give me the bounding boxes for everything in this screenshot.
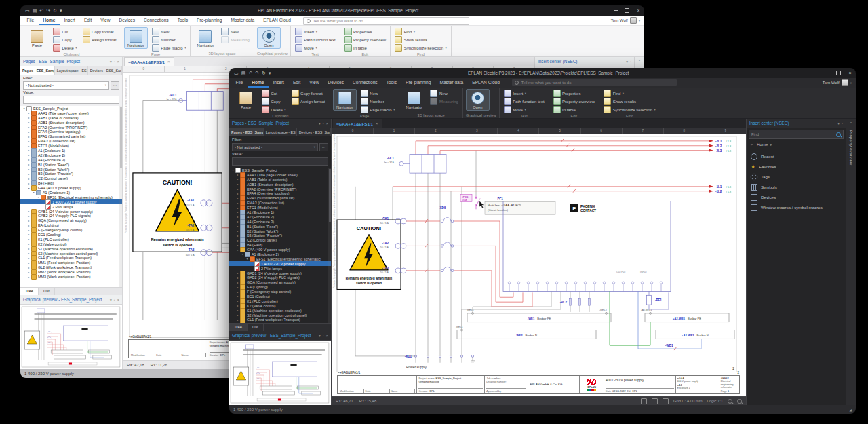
expander-icon[interactable]: ▸ [235,178,240,181]
panel-close-icon[interactable]: × [117,298,119,302]
filter-dropdown[interactable]: - Not activated - ▾ [23,81,109,90]
panel-close-icon[interactable]: × [117,60,119,64]
expander-icon[interactable]: ▸ [26,271,31,274]
ribbon-delete-button[interactable]: Delete▾ [260,106,288,113]
expander-icon[interactable]: ▸ [235,290,240,294]
tree-item-a1-enclosure-1[interactable]: ▾A1 (Enclosure 1) [229,252,331,257]
expander-icon[interactable]: ▸ [26,149,31,152]
expander-icon[interactable]: ▸ [26,172,31,176]
ribbon-tab-edit[interactable]: Edit [79,16,96,25]
panel-pin-icon[interactable]: ◦ [842,121,843,126]
maximize-button[interactable] [833,68,844,78]
ribbon-show-results-button[interactable]: Show results [393,36,448,43]
tab-devices[interactable]: Devices - ESS_Sample_... [88,66,122,75]
ribbon-new-button[interactable]: New [151,28,188,35]
pages-panel-header[interactable]: Pages - ESS_Sample_Project ▾ ◦ × [20,57,122,66]
tree-scrollbar[interactable] [328,168,331,324]
power-supply-unit[interactable]: P PHOENIX CONTACT OUTPUT INPUT [503,201,671,291]
tab-layout-space[interactable]: Layout space - ESS_Sa... [264,128,297,136]
preview-panel-header[interactable]: Graphical preview - ESS_Sample_Project ▾… [229,331,331,341]
minimize-button[interactable] [610,5,621,16]
ribbon-copy-button[interactable]: Copy [260,98,288,105]
graphical-preview[interactable] [229,341,331,405]
ribbon-tab-pre-planning[interactable]: Pre-planning [401,78,435,88]
new-icon[interactable]: ▭ [234,68,239,78]
logic-scale[interactable]: Logic 1:1 [707,399,723,403]
expander-icon[interactable]: ▾ [231,168,235,172]
expander-icon[interactable]: ▸ [26,256,31,260]
collapse-icon[interactable]: ˆ [639,60,640,64]
ribbon-move-button[interactable]: Move▾ [294,44,337,52]
busbars[interactable]: -WE1Busbar PE -WE2Busbar N +A2-WE1Busbar… [456,309,734,339]
component-fc1[interactable]: -FC1 In = 32A [167,92,224,111]
expander-icon[interactable]: ▸ [26,111,31,115]
ribbon-tab-edit[interactable]: Edit [288,78,304,88]
filter-dropdown[interactable]: - Not activated - ▾ [232,143,318,151]
grid-icon[interactable] [652,398,658,404]
ribbon-open-button[interactable]: Open [466,89,490,111]
expander-icon[interactable]: ▸ [235,192,240,195]
ribbon-path-function-text-button[interactable]: Path function text [502,98,546,105]
ribbon-measuring-button[interactable]: Measuring [220,36,251,43]
ribbon-tab-tools[interactable]: Tools [382,78,401,88]
expander-icon[interactable]: ▸ [235,206,240,210]
expander-icon[interactable]: ▸ [235,271,240,275]
expander-icon[interactable]: ▸ [26,247,31,250]
schematic-canvas[interactable]: Protected by copyright. Passing on as we… [332,134,746,396]
maximize-button[interactable] [621,5,633,16]
undo-icon[interactable]: ↶ [248,68,252,78]
component-fc5-selected[interactable]: -FC5 16 A [460,195,480,210]
expander-icon[interactable]: ▸ [26,210,31,213]
ribbon-move-button[interactable]: Move▾ [502,106,546,113]
ribbon-paste-button[interactable]: Paste [25,27,49,49]
filter-more-button[interactable]: … [319,143,328,151]
expander-icon[interactable]: ▾ [245,257,250,261]
ribbon-find-button[interactable]: Find▾ [602,90,657,97]
expander-icon[interactable]: ▸ [26,237,31,241]
expander-icon[interactable]: ▸ [235,304,240,307]
expander-icon[interactable]: ▸ [26,275,31,279]
ribbon-tab-connections[interactable]: Connections [348,78,382,88]
ribbon-tab-devices[interactable]: Devices [323,78,348,88]
preview-panel-header[interactable]: Graphical preview - ESS_Sample_Project ▾… [20,295,122,305]
panel-dropdown-icon[interactable]: ▾ [837,121,840,126]
insert-center-header[interactable]: Insert center (NSEC) ▾ ◦ [747,119,846,128]
ribbon-number-button[interactable]: Number [151,36,188,43]
insert-item-favorites[interactable]: ★Favorites [747,161,846,172]
ribbon-assign-format-button[interactable]: Assign format [81,36,118,43]
ribbon-page-macro-button[interactable]: Page macro▾ [359,106,397,113]
tab-tree[interactable]: Tree [229,324,248,331]
expander-icon[interactable]: ▸ [235,234,240,237]
tree-item-efs1-electrical-enginee[interactable]: ▾EFS1 (Electrical engineering schematic) [229,256,331,261]
expander-icon[interactable]: ▸ [235,173,240,176]
ribbon-properties-button[interactable]: Properties [343,28,388,35]
insert-item-window-macros-symbol-macros[interactable]: Window macros / symbol macros [747,202,846,212]
panel-dropdown-icon[interactable]: ▾ [626,60,628,64]
expander-icon[interactable]: ▸ [26,252,31,255]
expander-icon[interactable]: ▸ [235,294,240,298]
expander-icon[interactable]: ▸ [26,266,31,269]
ribbon-tab-master-data[interactable]: Master data [435,78,468,88]
expander-icon[interactable]: ▸ [26,168,31,171]
document-tab[interactable]: =GAA+A1&EFS1/1 × [124,57,174,66]
cable-wd1[interactable]: -WD1 [665,344,673,347]
expander-icon[interactable]: ▸ [235,197,240,200]
tell-me-search[interactable]: Tell me what you want to do [303,17,469,25]
expander-icon[interactable]: ▾ [26,187,31,190]
ribbon-synchronize-selection-button[interactable]: Synchronize selection▾ [393,44,448,52]
tree-item-mm3-work-workpiece-pos[interactable]: ▸MM3 (Work workpiece: Position) [20,275,122,280]
zoom-in-icon[interactable] [728,399,732,404]
panel-pin-icon[interactable]: ◦ [630,60,631,64]
ribbon-in-table-button[interactable]: In table [552,106,597,113]
insert-search-input[interactable]: Find [749,130,844,139]
ribbon-tab-home[interactable]: Home [248,78,269,88]
panel-pin-icon[interactable]: ◦ [323,334,324,338]
tree-item-efs1-electrical-enginee[interactable]: ▾EFS1 (Electrical engineering schematic) [20,195,122,199]
expander-icon[interactable]: ▸ [235,210,240,214]
expander-icon[interactable]: ▸ [235,299,240,303]
ribbon-navigator-button[interactable]: Navigator [333,89,357,111]
value-input[interactable] [23,96,119,104]
tree-scrollbar[interactable] [119,106,122,288]
expander-icon[interactable]: ▸ [26,130,31,134]
tab-devices[interactable]: Devices - ESS_Sample_... [297,128,331,136]
